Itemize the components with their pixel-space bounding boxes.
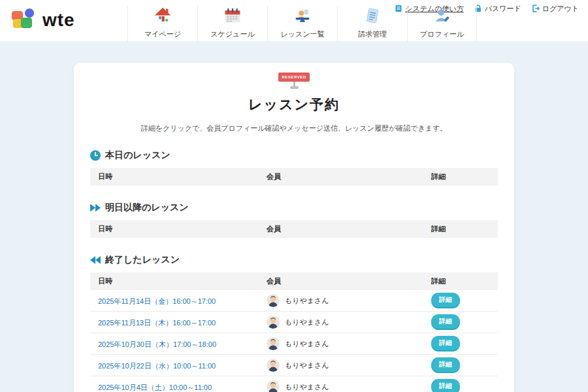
detail-button[interactable]: 詳細 bbox=[431, 293, 460, 308]
member-name: もりやまさん bbox=[285, 382, 329, 392]
member-avatar bbox=[267, 294, 280, 307]
nav-label-lesson-list: レッスン一覧 bbox=[280, 29, 324, 39]
page-description: 詳細をクリックで、会員プロフィール確認やメッセージ送信、レッスン履歴が確認できま… bbox=[90, 123, 498, 133]
lesson-section: 明日以降のレッスン 日時 会員 詳細 bbox=[90, 202, 498, 238]
calendar-icon bbox=[223, 7, 242, 27]
member-name: もりやまさん bbox=[285, 339, 329, 349]
logo-text: wte bbox=[42, 11, 75, 29]
table-row: 2025年11月13日（木）16:00～17:00 もりやまさん 詳細 bbox=[90, 312, 498, 333]
table-row: 2025年10月22日（水）10:00～11:00 もりやまさん 詳細 bbox=[90, 355, 498, 376]
lesson-section: 本日のレッスン 日時 会員 詳細 bbox=[90, 150, 498, 186]
nav-label-schedule: スケジュール bbox=[210, 29, 254, 39]
member-avatar bbox=[267, 337, 280, 350]
nav-item-lesson-list[interactable]: レッスン一覧 bbox=[267, 5, 337, 42]
main-nav: マイページ スケジュール bbox=[127, 5, 477, 42]
rewind-icon bbox=[90, 255, 101, 265]
col-detail: 詳細 bbox=[431, 224, 490, 234]
col-member: 会員 bbox=[267, 172, 431, 182]
nav-item-mypage[interactable]: マイページ bbox=[127, 5, 197, 42]
page-body: RESERVED レッスン予約 詳細をクリックで、会員プロフィール確認やメッセー… bbox=[0, 41, 588, 392]
page-title: レッスン予約 bbox=[90, 95, 498, 114]
nav-item-billing[interactable]: 請求管理 bbox=[337, 5, 407, 42]
logout-label: ログアウト bbox=[542, 4, 579, 14]
lesson-date-link[interactable]: 2025年11月14日（金）16:00～17:00 bbox=[98, 297, 216, 305]
section-title: 終了したレッスン bbox=[105, 254, 180, 266]
logout-icon bbox=[532, 5, 540, 14]
lesson-section: 終了したレッスン 日時 会員 詳細 2025年11月14日（金）16:00～17… bbox=[90, 254, 498, 392]
lesson-date-link[interactable]: 2025年10月30日（木）17:00～18:00 bbox=[98, 340, 216, 348]
section-title: 明日以降のレッスン bbox=[105, 202, 189, 214]
member-avatar bbox=[267, 359, 280, 372]
col-detail: 詳細 bbox=[431, 172, 490, 182]
section-header: 明日以降のレッスン bbox=[90, 202, 498, 214]
lesson-date-link[interactable]: 2025年11月13日（木）16:00～17:00 bbox=[98, 319, 216, 327]
profile-icon bbox=[433, 7, 451, 27]
col-datetime: 日時 bbox=[98, 224, 267, 234]
logout-link[interactable]: ログアウト bbox=[532, 4, 579, 14]
nav-label-profile: プロフィール bbox=[420, 29, 464, 39]
logo-icon bbox=[12, 8, 37, 33]
reserved-sign-icon: RESERVED bbox=[90, 73, 498, 89]
member-name: もりやまさん bbox=[285, 361, 329, 370]
table-row: 2025年11月14日（金）16:00～17:00 もりやまさん 詳細 bbox=[90, 290, 498, 312]
nav-item-schedule[interactable]: スケジュール bbox=[197, 5, 267, 42]
lesson-list-icon bbox=[293, 7, 312, 27]
table-header: 日時 会員 詳細 bbox=[90, 168, 498, 186]
detail-button[interactable]: 詳細 bbox=[431, 314, 460, 330]
detail-button[interactable]: 詳細 bbox=[431, 336, 460, 351]
table-header: 日時 会員 詳細 bbox=[90, 272, 498, 290]
table-body: 2025年11月14日（金）16:00～17:00 もりやまさん 詳細 2025… bbox=[90, 290, 498, 392]
reserved-sign-text: RESERVED bbox=[278, 73, 310, 82]
section-header: 本日のレッスン bbox=[90, 150, 498, 161]
member-avatar bbox=[267, 380, 280, 392]
lesson-date-link[interactable]: 2025年10月22日（水）10:00～11:00 bbox=[98, 362, 216, 370]
reservation-card: RESERVED レッスン予約 詳細をクリックで、会員プロフィール確認やメッセー… bbox=[74, 63, 514, 392]
logo[interactable]: wte bbox=[12, 8, 75, 33]
member-name: もりやまさん bbox=[285, 318, 329, 327]
billing-icon bbox=[363, 7, 382, 27]
detail-button[interactable]: 詳細 bbox=[431, 357, 460, 373]
table-row: 2025年10月4日（土）10:00～11:00 もりやまさん 詳細 bbox=[90, 376, 498, 392]
nav-item-profile[interactable]: プロフィール bbox=[407, 5, 477, 42]
table-row: 2025年10月30日（木）17:00～18:00 もりやまさん 詳細 bbox=[90, 333, 498, 355]
table-header: 日時 会員 詳細 bbox=[90, 220, 498, 238]
lesson-sections: 本日のレッスン 日時 会員 詳細 明日以降のレッスン 日時 会員 詳細 終了した… bbox=[90, 150, 498, 392]
nav-label-mypage: マイページ bbox=[144, 29, 181, 39]
password-label: パスワード bbox=[485, 4, 521, 14]
col-detail: 詳細 bbox=[431, 276, 490, 286]
clock-icon bbox=[90, 150, 101, 161]
forward-icon bbox=[90, 203, 101, 213]
home-icon bbox=[154, 7, 172, 27]
section-title: 本日のレッスン bbox=[105, 150, 171, 161]
col-datetime: 日時 bbox=[98, 276, 267, 286]
section-header: 終了したレッスン bbox=[90, 254, 498, 266]
member-avatar bbox=[267, 316, 280, 329]
detail-button[interactable]: 詳細 bbox=[431, 379, 460, 392]
col-datetime: 日時 bbox=[98, 172, 267, 182]
member-name: もりやまさん bbox=[285, 296, 329, 306]
lesson-date-link[interactable]: 2025年10月4日（土）10:00～11:00 bbox=[98, 384, 212, 391]
nav-label-billing: 請求管理 bbox=[358, 29, 387, 39]
col-member: 会員 bbox=[267, 224, 431, 234]
password-link[interactable]: パスワード bbox=[474, 4, 521, 14]
header: wte システムの使い方 パスワード bbox=[0, 0, 588, 41]
col-member: 会員 bbox=[267, 276, 431, 286]
